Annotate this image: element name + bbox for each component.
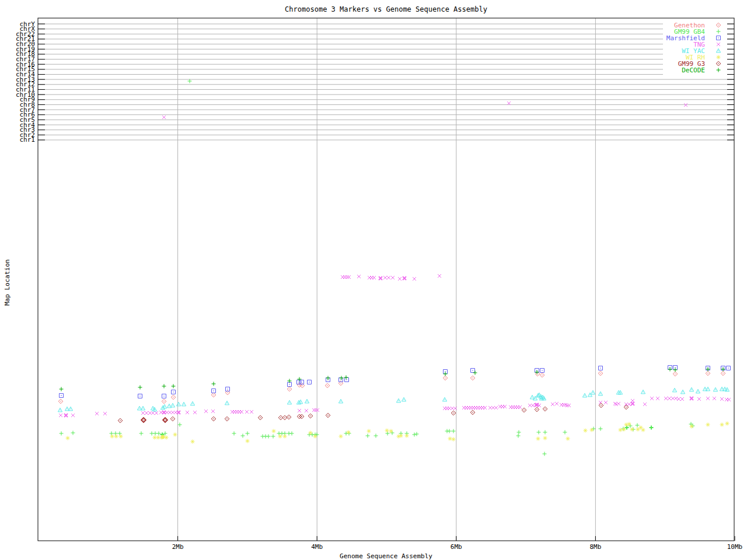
x-tick-label: 8Mb [589,543,601,551]
x-tick-label: 6Mb [451,543,462,551]
x-tick-label: 2Mb [172,543,184,551]
series-genethon [58,371,725,404]
x-tick-label: 10Mb [727,543,743,551]
plot-area: chrYchrXchr22chr21chr20chr19chr18chr17ch… [0,0,747,560]
series-gm99-gb4 [60,79,695,456]
series-wi-yac [58,387,729,411]
chart-page: Chromosome 3 Markers vs Genome Sequence … [0,0,747,560]
plot-border [38,18,734,541]
series-marshfield [60,366,731,398]
legend-marker-star-icon [717,55,721,60]
chr-label: chr1 [20,136,36,144]
series-tng [59,102,731,417]
series-decode [60,368,725,391]
x-tick-label: 4Mb [311,543,323,551]
legend-label: DeCODE [682,66,705,74]
